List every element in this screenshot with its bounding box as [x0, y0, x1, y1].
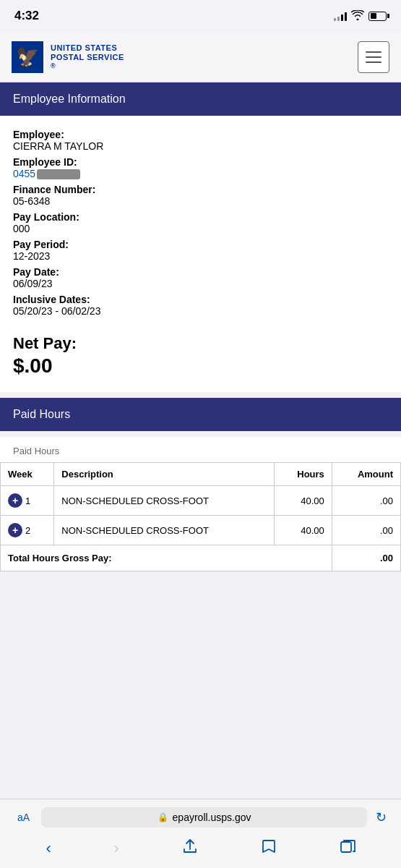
net-pay-label: Net Pay: [13, 334, 388, 353]
finance-number-field: Finance Number: 05-6348 [13, 184, 388, 207]
pay-period-field: Pay Period: 12-2023 [13, 239, 388, 262]
pay-location-label: Pay Location: [13, 211, 388, 223]
svg-text:🦅: 🦅 [16, 45, 40, 68]
lock-icon: 🔒 [158, 812, 168, 822]
employee-info-card: Employee: CIERRA M TAYLOR Employee ID: 0… [0, 116, 401, 392]
nav-header: 🦅 UNITED STATES POSTAL SERVICE ® [0, 32, 401, 82]
total-amount-cell: .00 [332, 545, 400, 571]
finance-number-label: Finance Number: [13, 184, 388, 195]
hamburger-button[interactable] [358, 41, 389, 73]
pay-date-label: Pay Date: [13, 266, 388, 278]
employee-field: Employee: CIERRA M TAYLOR [13, 129, 388, 152]
hours-2-cell: 40.00 [275, 516, 332, 545]
week-2-value: 2 [25, 525, 30, 536]
share-button[interactable] [176, 835, 204, 861]
net-pay-section: Net Pay: $.00 [13, 328, 388, 378]
browser-bar: aA 🔒 epayroll.usps.gov ↻ ‹ › [0, 799, 401, 868]
back-button[interactable]: ‹ [40, 836, 56, 861]
pay-location-field: Pay Location: 000 [13, 211, 388, 234]
svg-rect-2 [341, 842, 351, 852]
hours-1-cell: 40.00 [275, 486, 332, 516]
hamburger-line-1 [366, 51, 381, 53]
col-description: Description [54, 463, 275, 486]
employee-id-value: 0455 [13, 168, 388, 179]
employee-label: Employee: [13, 129, 388, 140]
status-time: 4:32 [14, 9, 39, 23]
finance-number-value: 05-6348 [13, 195, 388, 207]
redacted-id [37, 169, 80, 179]
aa-button[interactable]: aA [12, 809, 35, 826]
total-label-cell: Total Hours Gross Pay: [1, 545, 332, 571]
expand-row-1-button[interactable]: + [8, 493, 22, 508]
col-hours: Hours [275, 463, 332, 486]
paid-hours-header: Paid Hours [0, 398, 401, 431]
usps-line3: ® [51, 62, 124, 70]
employee-id-label: Employee ID: [13, 156, 388, 168]
description-1-cell: NON-SCHEDULED CROSS-FOOT [54, 486, 275, 516]
pay-period-value: 12-2023 [13, 250, 388, 262]
content-wrapper: Employee Information Employee: CIERRA M … [0, 82, 401, 571]
employee-info-header: Employee Information [0, 82, 401, 116]
usps-logo: 🦅 UNITED STATES POSTAL SERVICE ® [12, 41, 124, 73]
usps-text: UNITED STATES POSTAL SERVICE ® [51, 43, 124, 70]
table-header-row: Week Description Hours Amount [1, 463, 401, 486]
description-2-cell: NON-SCHEDULED CROSS-FOOT [54, 516, 275, 545]
forward-button[interactable]: › [108, 836, 125, 861]
pay-period-label: Pay Period: [13, 239, 388, 250]
employee-value: CIERRA M TAYLOR [13, 140, 388, 152]
week-1-cell: + 1 [1, 486, 54, 516]
employee-id-field: Employee ID: 0455 [13, 156, 388, 179]
url-display[interactable]: 🔒 epayroll.usps.gov [41, 807, 367, 827]
wifi-icon [351, 10, 364, 22]
status-icons [334, 10, 387, 22]
inclusive-dates-field: Inclusive Dates: 05/20/23 - 06/02/23 [13, 294, 388, 317]
pay-date-value: 06/09/23 [13, 278, 388, 289]
paid-hours-card: Paid Hours Week Description Hours Amount [0, 437, 401, 571]
battery-icon [368, 12, 387, 21]
inclusive-dates-value: 05/20/23 - 06/02/23 [13, 305, 388, 317]
total-row: Total Hours Gross Pay: .00 [1, 545, 401, 571]
paid-hours-subtitle: Paid Hours [0, 437, 401, 462]
usps-line1: UNITED STATES [51, 43, 124, 53]
hours-table: Week Description Hours Amount + 1 [0, 462, 401, 571]
inclusive-dates-label: Inclusive Dates: [13, 294, 388, 305]
table-row: + 2 NON-SCHEDULED CROSS-FOOT 40.00 .00 [1, 516, 401, 545]
table-row: + 1 NON-SCHEDULED CROSS-FOOT 40.00 .00 [1, 486, 401, 516]
pay-location-value: 000 [13, 223, 388, 234]
usps-eagle-icon: 🦅 [12, 41, 43, 73]
expand-row-2-button[interactable]: + [8, 523, 22, 537]
net-pay-amount: $.00 [13, 354, 388, 378]
hamburger-line-3 [366, 61, 381, 63]
col-amount: Amount [332, 463, 400, 486]
amount-1-cell: .00 [332, 486, 400, 516]
main-scroll[interactable]: 🦅 UNITED STATES POSTAL SERVICE ® Employe… [0, 32, 401, 799]
reload-button[interactable]: ↻ [373, 807, 389, 828]
bookmarks-button[interactable] [255, 835, 283, 861]
week-1-value: 1 [25, 495, 30, 506]
tabs-button[interactable] [334, 835, 361, 861]
url-domain: epayroll.usps.gov [173, 812, 251, 823]
col-week: Week [1, 463, 54, 486]
pay-date-field: Pay Date: 06/09/23 [13, 266, 388, 289]
hamburger-line-2 [366, 56, 381, 58]
usps-line2: POSTAL SERVICE [51, 53, 124, 62]
url-bar: aA 🔒 epayroll.usps.gov ↻ [0, 799, 401, 833]
week-2-cell: + 2 [1, 516, 54, 545]
status-bar: 4:32 [0, 0, 401, 32]
paid-hours-section: Paid Hours Paid Hours Week Description H… [0, 398, 401, 571]
signal-icon [334, 11, 347, 21]
amount-2-cell: .00 [332, 516, 400, 545]
browser-nav: ‹ › [0, 833, 401, 867]
